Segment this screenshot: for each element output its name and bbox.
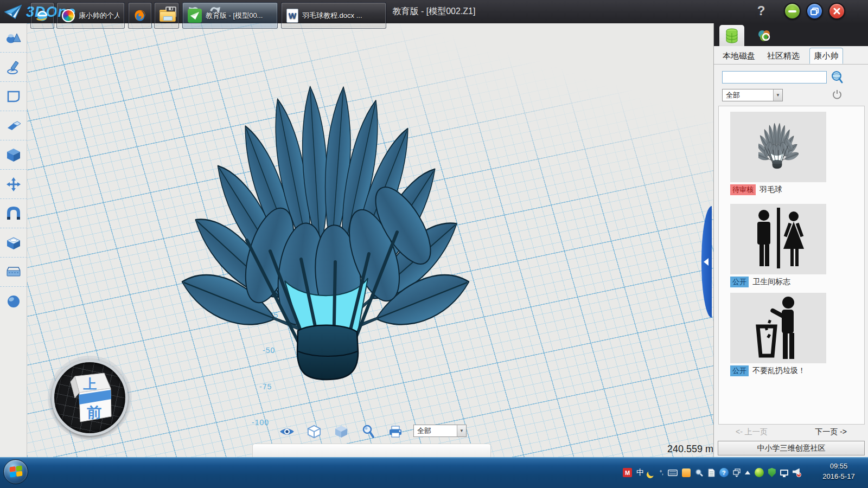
svg-text:上: 上: [83, 376, 97, 391]
help-tray-icon[interactable]: ?: [719, 468, 729, 477]
paper-plane-logo-icon: [4, 4, 23, 20]
magnifier-icon: [362, 425, 375, 439]
refresh-power-button[interactable]: [832, 89, 842, 101]
search-button[interactable]: [831, 70, 844, 86]
print-button[interactable]: [386, 425, 405, 439]
viewport-3d[interactable]: i3DOne.com -25 -50 -75 -100: [27, 23, 713, 457]
network-icon[interactable]: [780, 470, 788, 476]
sphere-icon: [6, 294, 21, 309]
sketch-edit-button[interactable]: [0, 82, 27, 111]
move-transform-button[interactable]: [0, 170, 27, 199]
firefox-icon: [133, 8, 146, 23]
category-filter-dropdown[interactable]: 全部 ▼: [722, 89, 783, 101]
status-badge: 公开: [730, 365, 749, 376]
restroom-sign-icon: [743, 207, 814, 272]
document-icon[interactable]: [708, 468, 715, 477]
special-features-button[interactable]: [0, 140, 27, 170]
model-card-label: 公开 不要乱扔垃圾！: [730, 365, 806, 376]
restore-icon: [810, 8, 819, 15]
close-button[interactable]: [828, 3, 845, 20]
taskbar-explorer-button[interactable]: [154, 2, 179, 29]
clock-date: 2016-5-17: [814, 471, 864, 481]
database-icon: [725, 28, 739, 43]
section-box-button[interactable]: [0, 258, 27, 287]
printer-icon: [388, 425, 403, 438]
tray-m-icon[interactable]: M: [623, 468, 632, 477]
magnet-icon: [6, 206, 21, 221]
combine-cube-icon: [6, 235, 21, 251]
zoom-button[interactable]: [359, 425, 378, 439]
tray-clock[interactable]: 09:55 2016-5-17: [814, 461, 864, 481]
bottom-panel-edge[interactable]: [252, 444, 491, 457]
sketch-draw-button[interactable]: [0, 53, 27, 82]
section-box-icon: [5, 266, 22, 278]
solid-cube-icon: [334, 425, 348, 438]
restore-button[interactable]: [806, 3, 823, 20]
ime-mode-indicator[interactable]: °,: [660, 470, 663, 476]
search-globe-icon: [831, 70, 844, 84]
taskbar-3done-button[interactable]: 教育版 - [模型00...: [182, 2, 278, 29]
taskbar-ie-button[interactable]: [30, 2, 54, 29]
tab-local-disk[interactable]: 本地磁盘: [719, 48, 758, 64]
status-badge: 待审核: [730, 184, 756, 195]
taskbar-button-label: 教育版 - [模型00...: [206, 11, 263, 21]
taskbar-word-button[interactable]: W 羽毛球教程.docx ...: [281, 2, 386, 29]
application-window: 3DOne 教育版 - [模型002.Z1] ? i3DOne.com -2: [0, 0, 868, 488]
start-button[interactable]: [3, 459, 28, 484]
show-hidden-icons-button[interactable]: [745, 471, 750, 474]
rounded-square-icon: [6, 89, 21, 104]
combine-solids-button[interactable]: [0, 228, 27, 258]
model-card-label: 待审核 羽毛球: [730, 184, 782, 195]
nav-cube[interactable]: 上 前: [52, 359, 128, 436]
3done-app-icon: [188, 9, 202, 23]
taskbar-personal-page-button[interactable]: 康小帅的个人创...: [56, 2, 125, 29]
move-arrows-icon: [6, 177, 21, 192]
magnet-assembly-button[interactable]: [0, 199, 27, 228]
tab-local-library[interactable]: [719, 25, 744, 46]
community-site-button[interactable]: 中小学三维创意社区: [718, 441, 865, 455]
primitive-shapes-icon: [5, 31, 22, 45]
system-tray: M 中 °, ?: [623, 457, 818, 488]
pinwheel-icon: [62, 9, 75, 22]
tab-community-site[interactable]: [752, 25, 777, 46]
model-name[interactable]: 卫生间标志: [752, 277, 790, 287]
tab-community-featured[interactable]: 社区精选: [764, 48, 803, 64]
model-name[interactable]: 不要乱扔垃圾！: [752, 366, 806, 376]
shaded-display-button[interactable]: [332, 425, 350, 439]
windows-flag-icon: [9, 465, 22, 478]
minimize-button[interactable]: [784, 3, 801, 20]
model-thumbnail-restroom[interactable]: [730, 204, 826, 274]
primitive-shapes-button[interactable]: [0, 23, 27, 53]
keyboard-icon[interactable]: [668, 470, 678, 476]
window-switcher-icon[interactable]: [733, 468, 741, 477]
model-name[interactable]: 羽毛球: [760, 185, 782, 195]
power-icon: [832, 89, 842, 99]
model-thumbnail-badminton[interactable]: [730, 112, 826, 182]
taskbar-firefox-button[interactable]: [128, 2, 152, 29]
model-thumbnail-litter[interactable]: [730, 293, 826, 363]
left-toolbar: [0, 23, 27, 488]
minus-icon: [788, 10, 796, 12]
volume-muted-icon[interactable]: [793, 468, 801, 477]
wireframe-display-button[interactable]: [305, 425, 323, 439]
prev-page-link[interactable]: <- 上一页: [736, 427, 768, 437]
paint-tool-icon[interactable]: [682, 468, 691, 477]
security-shield-icon[interactable]: [768, 468, 776, 477]
help-button[interactable]: ?: [753, 3, 769, 18]
moon-icon[interactable]: [648, 468, 656, 477]
visibility-button[interactable]: [278, 425, 296, 439]
eraser-button[interactable]: [0, 111, 27, 140]
material-sphere-button[interactable]: [0, 287, 27, 316]
display-filter-dropdown[interactable]: 全部 ▼: [413, 425, 467, 437]
nav-cube-icon: 上 前: [54, 362, 125, 433]
pen-icon: [6, 60, 21, 75]
tray-search-icon[interactable]: [695, 468, 704, 477]
no-littering-icon: [746, 295, 811, 361]
ime-indicator[interactable]: 中: [636, 468, 644, 478]
search-input[interactable]: [722, 71, 827, 84]
tab-user-kangxiaoshuai[interactable]: 康小帅: [809, 48, 843, 64]
internet-explorer-icon: [36, 8, 49, 23]
next-page-link[interactable]: 下一页 ->: [815, 427, 847, 437]
antivirus-ball-icon[interactable]: [755, 468, 764, 477]
right-panel: 本地磁盘 社区精选 康小帅 全部 ▼ 待审核 羽毛球: [713, 23, 868, 457]
